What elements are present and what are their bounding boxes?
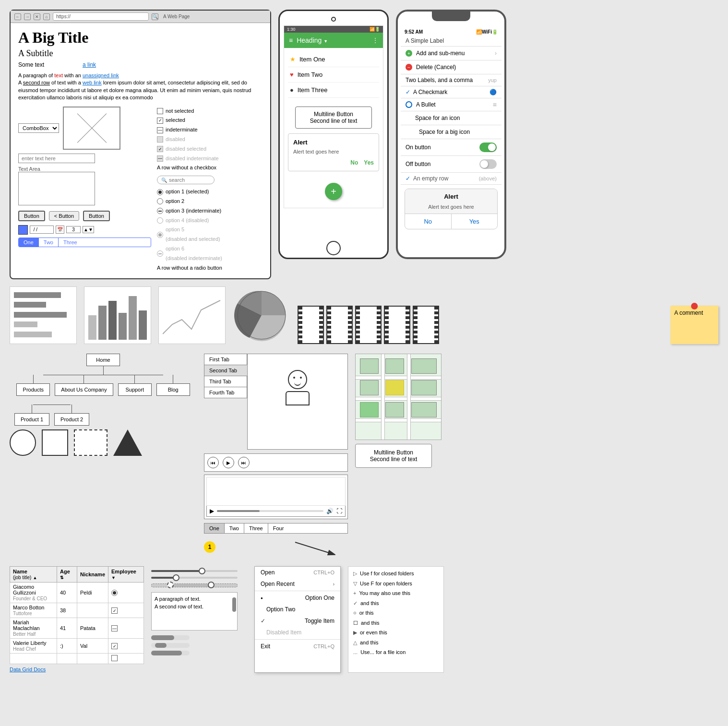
back-btn[interactable]: ← (14, 13, 21, 20)
more-icon[interactable]: ⋮ (372, 37, 378, 44)
context-option-two[interactable]: Option Two (255, 604, 340, 615)
seg-tab-one[interactable]: One (204, 524, 225, 533)
android-alert-text: Alert text goes here (293, 149, 374, 155)
unassigned-link[interactable]: unassigned link (83, 72, 119, 78)
slider-thumb-1[interactable] (199, 568, 205, 574)
search-input[interactable] (169, 177, 207, 183)
checkbox-empty[interactable] (157, 108, 163, 114)
slider-track-1[interactable] (151, 570, 238, 572)
hamburger-icon[interactable]: ≡ (289, 36, 293, 44)
combobox[interactable]: ComboBox (18, 123, 59, 133)
checkbox-indeterminate[interactable]: — (157, 127, 163, 133)
ios-alert-yes[interactable]: Yes (452, 214, 498, 229)
close-btn[interactable]: ✕ (34, 13, 40, 20)
android-alert-no[interactable]: No (350, 159, 358, 166)
rewind-btn[interactable]: ⏮ (207, 457, 219, 468)
fast-forward-btn[interactable]: ⏭ (238, 457, 250, 468)
radio-selected-btn[interactable] (157, 189, 163, 195)
home-button[interactable] (326, 241, 341, 255)
ios-info-icon[interactable]: 🔵 (489, 89, 497, 95)
menu-icon-open-folder: ▽ Use F for open folders (353, 580, 439, 588)
web-link-inline[interactable]: web link (83, 80, 102, 85)
video-play-icon[interactable]: ▶ (210, 508, 214, 514)
page-title-bar: A Web Page (163, 14, 190, 19)
video-progress[interactable] (217, 510, 323, 512)
col-name[interactable]: Name(job title) ▲ (10, 567, 57, 583)
scroll-handle[interactable] (232, 597, 236, 612)
slider-track-2[interactable] (151, 577, 238, 579)
multiline-btn-standalone[interactable]: Multiline Button Second line of text (355, 444, 432, 468)
video-volume-icon[interactable]: 🔊 (326, 508, 334, 514)
calendar-icon[interactable]: 📅 (56, 226, 64, 234)
context-open-recent[interactable]: Open Recent › (255, 578, 340, 590)
bar-v-5 (129, 296, 137, 340)
menu-icon-check: ✓ and this (353, 599, 439, 607)
context-option-one[interactable]: ● Option One (255, 592, 340, 604)
range-track[interactable] (151, 583, 238, 587)
avatar-eye-right (300, 377, 302, 379)
radio-empty-btn[interactable] (157, 198, 163, 204)
color-picker[interactable] (18, 225, 28, 235)
seg-tab-three[interactable]: Three (244, 524, 268, 533)
ios-status-icons: 📶WiFi🔋 (476, 29, 498, 35)
range-thumb-left[interactable] (167, 582, 174, 588)
tab-fourth[interactable]: Fourth Tab (204, 387, 247, 398)
home-btn[interactable]: ⌂ (43, 13, 50, 20)
search-field[interactable]: 🔍 (157, 176, 215, 184)
context-open[interactable]: Open CTRL+O (255, 567, 340, 578)
forward-btn[interactable]: → (24, 13, 31, 20)
date-input[interactable] (30, 226, 54, 234)
col-age[interactable]: Age ⇅ (57, 567, 77, 583)
radio-disabled-btn (157, 217, 163, 224)
search-btn[interactable]: 🔍 (152, 13, 158, 20)
seg-tab-two[interactable]: Two (225, 524, 244, 533)
seg-btn-2[interactable]: Two (39, 238, 59, 247)
ios-add-menu[interactable]: + Add and sub-menu › (401, 47, 501, 60)
seg-btn-3[interactable]: Three (59, 238, 82, 247)
textarea[interactable] (18, 172, 95, 205)
square-icon: ▶ (353, 629, 357, 637)
mini-scrollbar-2[interactable] (151, 643, 190, 648)
off-toggle[interactable] (479, 159, 497, 169)
text-input[interactable] (18, 154, 95, 163)
fab-button[interactable]: + (325, 183, 342, 200)
spinner-arrows[interactable]: ▲▼ (83, 226, 94, 233)
data-grid-docs-link[interactable]: Data Grid Docs (10, 666, 46, 672)
ios-alert-no[interactable]: No (405, 214, 452, 229)
dropdown-arrow[interactable]: ▼ (323, 39, 328, 44)
btn2[interactable]: < Button (49, 211, 79, 221)
ios-delete[interactable]: − Delete (Cancel) (401, 60, 501, 74)
seg-tab-four[interactable]: Four (268, 524, 289, 533)
context-exit[interactable]: Exit CTRL+Q (255, 641, 340, 652)
sort-name-icon[interactable]: ▲ (33, 575, 37, 580)
context-toggle[interactable]: ✓ Toggle Item (255, 615, 340, 627)
col-nickname[interactable]: Nickname (77, 567, 108, 583)
ios-reorder-icon[interactable]: ≡ (493, 101, 497, 108)
btn3[interactable]: Button (83, 211, 110, 221)
seg-btn-1[interactable]: One (19, 238, 39, 247)
on-toggle[interactable] (479, 143, 497, 152)
web-link-main[interactable]: a link (83, 61, 96, 68)
checkbox-checked[interactable]: ✓ (157, 118, 163, 124)
range-thumb-right[interactable] (208, 582, 215, 588)
ios-notch (432, 12, 470, 21)
radio-indeterminate-btn[interactable] (157, 208, 163, 214)
slider-thumb-2[interactable] (173, 574, 179, 581)
android-multiline-btn[interactable]: Multiline Button Second line of text (295, 107, 372, 129)
col-employee[interactable]: Employee ▼ (108, 567, 144, 583)
url-bar[interactable]: https:// (53, 12, 149, 21)
video-fullscreen-icon[interactable]: ⛶ (336, 508, 342, 514)
play-btn[interactable]: ▶ (223, 457, 234, 468)
spinner[interactable] (66, 226, 81, 233)
tab-second[interactable]: Second Tab (204, 365, 247, 376)
tab-third[interactable]: Third Tab (204, 376, 247, 387)
android-alert-yes[interactable]: Yes (364, 159, 374, 166)
cb-disabled-selected: ✓ disabled selected (157, 144, 263, 154)
sort-age-icon[interactable]: ⇅ (60, 575, 64, 580)
sort-employee-icon[interactable]: ▼ (111, 575, 116, 580)
btn1[interactable]: Button (18, 211, 45, 221)
mini-scrollbar-1[interactable] (151, 635, 190, 640)
tab-first[interactable]: First Tab (204, 354, 247, 365)
mini-scrollbar-3[interactable] (151, 651, 190, 655)
ios-red-minus: − (406, 64, 412, 71)
